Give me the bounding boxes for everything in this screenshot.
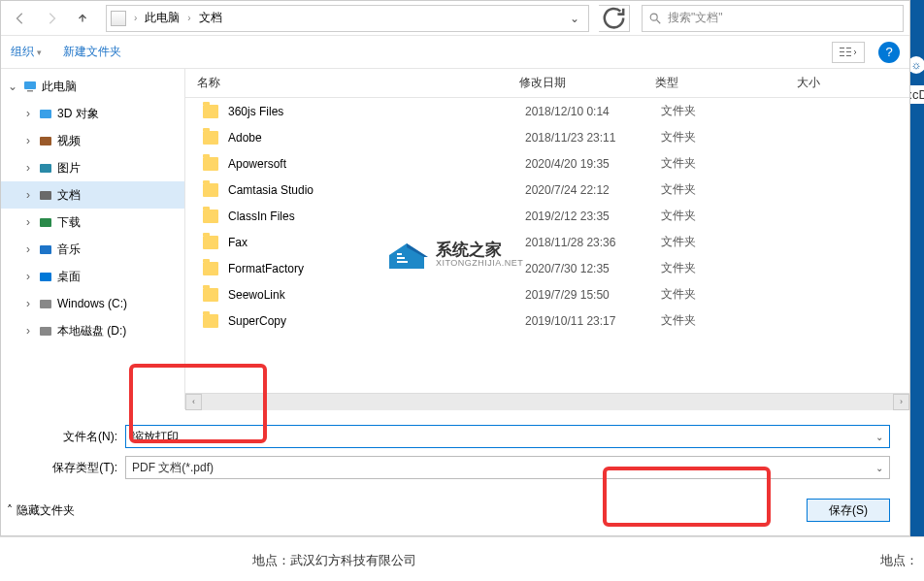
folder-icon	[203, 236, 218, 249]
chevron-down-icon: ⌄	[7, 81, 18, 92]
address-bar[interactable]: › 此电脑 › 文档 ⌄	[106, 5, 589, 32]
chevron-right-icon: ›	[22, 271, 34, 282]
search-input[interactable]: 搜索"文档"	[642, 5, 904, 32]
folder-icon	[203, 210, 218, 223]
file-row[interactable]: SeewoLink 2019/7/29 15:50 文件夹	[185, 281, 909, 307]
file-row[interactable]: FormatFactory 2020/7/30 12:35 文件夹	[185, 255, 909, 281]
svg-rect-7	[24, 81, 36, 89]
organize-menu[interactable]: 组织	[11, 44, 42, 60]
filename-label: 文件名(N):	[20, 429, 117, 445]
chevron-up-icon: ˄	[7, 503, 13, 517]
file-row[interactable]: 360js Files 2018/12/10 0:14 文件夹	[185, 98, 909, 124]
sidebar-tree: ⌄ 此电脑 › 3D 对象› 视频› 图片› 文档› 下载› 音乐› 桌面› W…	[1, 69, 185, 409]
sidebar-item[interactable]: › 桌面	[1, 263, 184, 290]
col-size[interactable]: 大小	[797, 75, 909, 91]
chevron-right-icon: ›	[22, 216, 34, 228]
svg-rect-12	[40, 191, 51, 200]
folder-icon	[203, 183, 218, 197]
chevron-right-icon: ›	[22, 189, 34, 201]
svg-rect-1	[840, 48, 844, 48]
svg-rect-2	[840, 51, 844, 52]
filename-field[interactable]	[132, 430, 875, 443]
navigation-bar: › 此电脑 › 文档 ⌄ 搜索"文档"	[1, 1, 909, 36]
svg-rect-8	[27, 90, 33, 92]
sidebar-item[interactable]: › 图片	[1, 154, 184, 181]
col-date[interactable]: 修改日期	[519, 75, 655, 91]
folder-icon	[38, 323, 53, 339]
sidebar-item[interactable]: › 本地磁盘 (D:)	[1, 317, 184, 344]
col-type[interactable]: 类型	[655, 75, 797, 91]
document-icon	[111, 11, 126, 26]
file-row[interactable]: Fax 2018/11/28 23:36 文件夹	[185, 229, 909, 255]
breadcrumb-pc[interactable]: 此电脑	[139, 6, 185, 31]
edge-text: :cD	[909, 85, 925, 104]
svg-rect-16	[40, 300, 51, 308]
file-row[interactable]: Adobe 2018/11/23 23:11 文件夹	[185, 124, 909, 150]
chevron-right-icon: ›	[22, 325, 34, 337]
svg-rect-14	[40, 245, 51, 254]
toolbar: 组织 新建文件夹 ?	[1, 36, 909, 69]
svg-rect-5	[846, 51, 851, 52]
file-list-pane: 名称 修改日期 类型 大小 系统之家 XITONGZHIJIA	[185, 69, 909, 409]
folder-icon	[203, 288, 218, 302]
tree-this-pc[interactable]: ⌄ 此电脑	[1, 73, 184, 100]
address-dropdown-icon[interactable]: ⌄	[565, 12, 584, 25]
hide-folders-toggle[interactable]: ˄ 隐藏文件夹	[7, 502, 75, 519]
col-name[interactable]: 名称	[197, 75, 519, 91]
folder-icon	[203, 131, 218, 145]
search-placeholder: 搜索"文档"	[668, 10, 723, 26]
sidebar-item[interactable]: › 文档	[1, 181, 184, 209]
filetype-select[interactable]: PDF 文档(*.pdf) ⌄	[125, 456, 890, 479]
svg-rect-4	[846, 48, 851, 48]
sidebar-item[interactable]: › 3D 对象	[1, 100, 184, 127]
sidebar-item[interactable]: › 音乐	[1, 236, 184, 263]
scroll-right-icon[interactable]: ›	[893, 394, 909, 410]
sidebar-item[interactable]: › 下载	[1, 209, 184, 236]
chevron-right-icon: ›	[22, 135, 34, 146]
help-button[interactable]: ?	[878, 42, 900, 63]
chevron-right-icon: ›	[22, 243, 34, 255]
view-options-button[interactable]	[832, 42, 865, 63]
file-row[interactable]: ClassIn Files 2019/2/12 23:35 文件夹	[185, 203, 909, 229]
chevron-down-icon[interactable]: ⌄	[875, 432, 883, 442]
bg-address-left: 地点：武汉幻方科技有限公司	[252, 552, 416, 569]
filetype-value: PDF 文档(*.pdf)	[132, 460, 214, 476]
chevron-down-icon[interactable]: ⌄	[875, 463, 883, 473]
folder-icon	[203, 105, 218, 118]
svg-rect-6	[846, 55, 851, 56]
refresh-button[interactable]	[599, 5, 630, 32]
folder-icon	[38, 296, 53, 311]
svg-rect-9	[40, 110, 51, 118]
folder-icon	[203, 314, 218, 328]
breadcrumb-documents[interactable]: 文档	[193, 6, 228, 31]
column-headers[interactable]: 名称 修改日期 类型 大小	[185, 69, 909, 98]
file-row[interactable]: SuperCopy 2019/10/11 23:17 文件夹	[185, 307, 909, 334]
svg-rect-17	[40, 327, 51, 336]
sidebar-item[interactable]: › Windows (C:)	[1, 290, 184, 317]
chevron-right-icon: ›	[132, 13, 139, 23]
new-folder-button[interactable]: 新建文件夹	[63, 44, 121, 60]
sidebar-item[interactable]: › 视频	[1, 127, 184, 154]
save-button[interactable]: 保存(S)	[807, 499, 890, 522]
pc-icon	[22, 79, 38, 94]
back-button[interactable]	[7, 5, 34, 32]
folder-icon	[38, 106, 53, 121]
search-icon	[648, 12, 662, 25]
chevron-right-icon: ›	[185, 13, 192, 23]
folder-icon	[38, 214, 53, 230]
folder-icon	[203, 157, 218, 171]
svg-rect-15	[40, 273, 51, 281]
horizontal-scrollbar[interactable]: ‹ ›	[185, 393, 909, 409]
svg-rect-10	[40, 137, 51, 145]
filetype-label: 保存类型(T):	[20, 460, 117, 476]
up-button[interactable]	[69, 5, 96, 32]
forward-button[interactable]	[38, 5, 65, 32]
file-row[interactable]: Apowersoft 2020/4/20 19:35 文件夹	[185, 150, 909, 177]
folder-icon	[38, 187, 53, 203]
svg-rect-11	[40, 164, 51, 173]
folder-icon	[38, 269, 53, 284]
scroll-left-icon[interactable]: ‹	[185, 394, 202, 410]
bg-address-right: 地点：	[880, 552, 918, 569]
filename-input[interactable]: ⌄	[125, 425, 890, 448]
file-row[interactable]: Camtasia Studio 2020/7/24 22:12 文件夹	[185, 177, 909, 203]
